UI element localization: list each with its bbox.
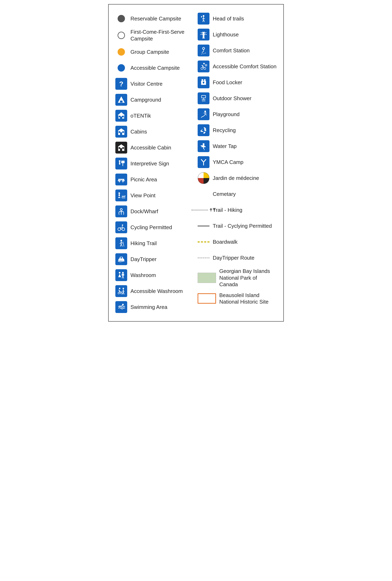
svg-rect-54 — [122, 274, 124, 276]
list-item: Swimming Area — [114, 299, 196, 315]
svg-line-56 — [123, 276, 124, 278]
svg-point-88 — [202, 53, 203, 54]
list-item: Picnic Area — [114, 172, 196, 188]
dock-wharf-icon — [115, 206, 127, 217]
svg-point-38 — [122, 228, 125, 230]
jardin-icon — [198, 172, 209, 184]
head-of-trails-icon — [198, 13, 209, 24]
svg-line-47 — [123, 242, 124, 246]
cycling-permitted-icon — [115, 222, 127, 233]
list-item: Boardwalk — [196, 234, 278, 250]
svg-point-91 — [201, 54, 202, 54]
svg-rect-7 — [119, 116, 120, 117]
list-item: Trail - Cyclying Permitted — [196, 218, 278, 234]
swimming-area-label: Swimming Area — [131, 304, 168, 310]
svg-text:i: i — [123, 161, 123, 163]
group-campsite-icon — [115, 46, 127, 58]
svg-rect-11 — [120, 132, 122, 135]
svg-rect-114 — [203, 143, 204, 146]
svg-rect-101 — [203, 82, 204, 84]
campground-icon — [115, 94, 127, 106]
list-item: Beausoleil Island National Historic Site — [196, 290, 278, 307]
lighthouse-label: Lighthouse — [213, 31, 239, 38]
list-item: Group Campsite — [114, 44, 196, 60]
svg-point-93 — [203, 63, 205, 64]
svg-rect-80 — [202, 38, 205, 38]
list-item: Accessible Campsite — [114, 60, 196, 76]
lighthouse-icon — [198, 28, 209, 40]
cabins-icon — [115, 126, 127, 138]
svg-rect-24 — [118, 179, 124, 180]
georgian-bay-icon — [198, 272, 216, 284]
list-item: Washroom — [114, 267, 196, 283]
list-item: Outdoor Shower — [196, 90, 278, 106]
svg-rect-17 — [119, 147, 120, 149]
dock-wharf-label: Dock/Wharf — [131, 208, 158, 215]
list-item: YMCA Camp — [196, 154, 278, 170]
svg-marker-52 — [118, 274, 121, 277]
interpretive-sign-label: Interpretive Sign — [131, 160, 169, 167]
list-item: Head of trails — [196, 11, 278, 26]
list-item: ? Visitor Centre — [114, 76, 196, 92]
svg-line-120 — [203, 159, 206, 162]
svg-rect-79 — [202, 32, 205, 33]
washroom-label: Washroom — [131, 272, 156, 279]
list-item: oTENTik — [114, 108, 196, 124]
svg-rect-12 — [119, 131, 120, 133]
interpretive-sign-icon: i — [115, 158, 127, 170]
list-item: Accessible Cabin — [114, 140, 196, 156]
list-item: DayTripper Route — [196, 250, 278, 266]
svg-rect-77 — [203, 35, 204, 38]
head-of-trails-label: Head of trails — [213, 15, 244, 22]
svg-rect-18 — [122, 147, 124, 149]
list-item: Food Locker — [196, 74, 278, 90]
cycling-permitted-label: Cycling Permitted — [131, 224, 172, 231]
accessible-cabin-icon — [115, 142, 127, 154]
legend-container: Reservable Campsite First-Come-First-Ser… — [108, 4, 284, 322]
list-item: First-Come-First-Serve Campsite — [114, 26, 196, 44]
washroom-icon — [115, 269, 127, 281]
svg-line-67 — [123, 292, 124, 294]
daytripper-route-label: DayTripper Route — [213, 254, 254, 261]
svg-point-60 — [120, 292, 122, 294]
list-item: Campground — [114, 92, 196, 108]
svg-point-19 — [119, 160, 120, 162]
georgian-bay-label: Georgian Bay Islands National Park of Ca… — [219, 268, 277, 288]
svg-point-95 — [204, 68, 206, 70]
svg-line-119 — [201, 159, 203, 162]
svg-point-85 — [202, 48, 204, 50]
group-campsite-label: Group Campsite — [131, 49, 169, 56]
list-item: View Point — [114, 188, 196, 204]
list-item: Recycling — [196, 122, 278, 138]
trail-cycling-label: Trail - Cyclying Permitted — [213, 223, 272, 229]
ymca-camp-icon — [198, 156, 209, 168]
comfort-station-icon — [198, 44, 209, 56]
picnic-area-label: Picnic Area — [131, 176, 157, 183]
list-item: Accessible Washroom — [114, 283, 196, 299]
svg-rect-20 — [119, 162, 120, 164]
svg-text:?: ? — [119, 80, 124, 88]
svg-rect-115 — [201, 146, 205, 147]
svg-point-103 — [204, 79, 205, 81]
svg-marker-9 — [118, 128, 125, 131]
accessible-cabin-label: Accessible Cabin — [131, 144, 171, 151]
svg-line-87 — [202, 51, 203, 52]
cabins-label: Cabins — [131, 128, 147, 135]
reservable-campsite-icon — [115, 13, 127, 24]
svg-rect-16 — [120, 148, 122, 151]
list-item: ✝✝ Trail - Hiking — [196, 202, 278, 218]
otentik-label: oTENTik — [131, 112, 151, 119]
daytripper-route-icon — [198, 252, 209, 264]
svg-rect-2 — [120, 100, 123, 103]
svg-point-39 — [122, 224, 123, 226]
svg-point-94 — [201, 68, 203, 70]
left-column: Reservable Campsite First-Come-First-Ser… — [114, 11, 196, 315]
list-item: Cycling Permitted — [114, 219, 196, 235]
list-item: Jardin de médecine — [196, 170, 278, 186]
svg-marker-14 — [118, 144, 125, 147]
svg-point-41 — [120, 240, 122, 242]
svg-point-89 — [203, 54, 204, 54]
list-item: Lighthouse — [196, 26, 278, 42]
outdoor-shower-label: Outdoor Shower — [213, 95, 251, 102]
svg-line-75 — [203, 20, 204, 22]
